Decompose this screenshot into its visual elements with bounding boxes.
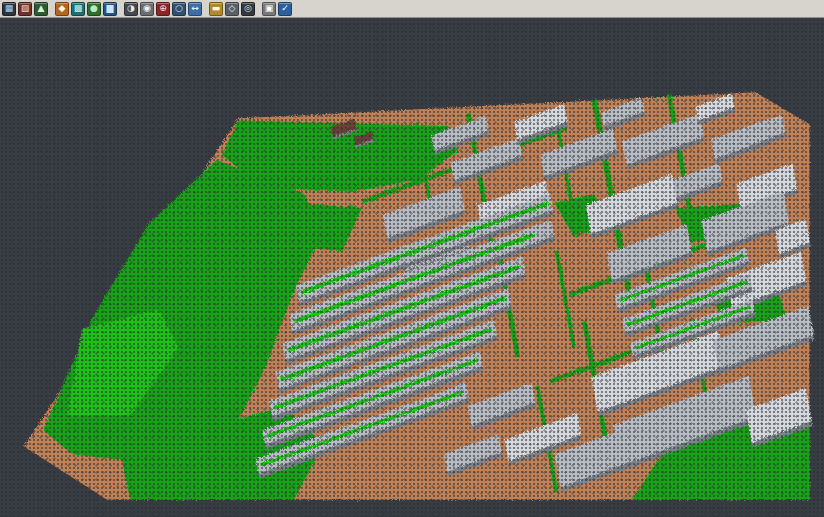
info-icon[interactable]: ✓ (278, 2, 292, 16)
contrast-icon[interactable]: ◑ (124, 2, 138, 16)
expand-view-icon[interactable]: ↔ (188, 2, 202, 16)
palette-icon[interactable]: ◆ (55, 2, 69, 16)
histogram-icon[interactable]: ▆ (103, 2, 117, 16)
toolbar-group: ▣✓ (262, 2, 292, 16)
display-options-icon[interactable]: ▦ (2, 2, 16, 16)
camera-icon[interactable]: ◎ (241, 2, 255, 16)
print-icon[interactable]: ▣ (262, 2, 276, 16)
toolbar-group: ▬◇◎ (209, 2, 255, 16)
point-cloud-scene (0, 18, 824, 517)
application-window: ▦▨▲◆▩●▆◑◉⊕○↔▬◇◎▣✓ (0, 0, 824, 517)
zoom-icon[interactable]: ○ (172, 2, 186, 16)
measure-icon[interactable]: ▬ (209, 2, 223, 16)
toolbar-group: ▦▨▲ (2, 2, 48, 16)
toolbar-group: ◑◉⊕○↔ (124, 2, 202, 16)
toolbar: ▦▨▲◆▩●▆◑◉⊕○↔▬◇◎▣✓ (0, 0, 824, 18)
terrain-mesh-icon[interactable]: ▲ (34, 2, 48, 16)
globe-icon[interactable]: ● (87, 2, 101, 16)
layers-icon[interactable]: ▩ (71, 2, 85, 16)
crosshair-icon[interactable]: ⊕ (156, 2, 170, 16)
photo-texture-icon[interactable]: ▨ (18, 2, 32, 16)
settings-gear-icon[interactable]: ◉ (140, 2, 154, 16)
toolbar-group: ◆▩●▆ (55, 2, 117, 16)
viewport-3d[interactable] (0, 18, 824, 517)
cube-view-icon[interactable]: ◇ (225, 2, 239, 16)
